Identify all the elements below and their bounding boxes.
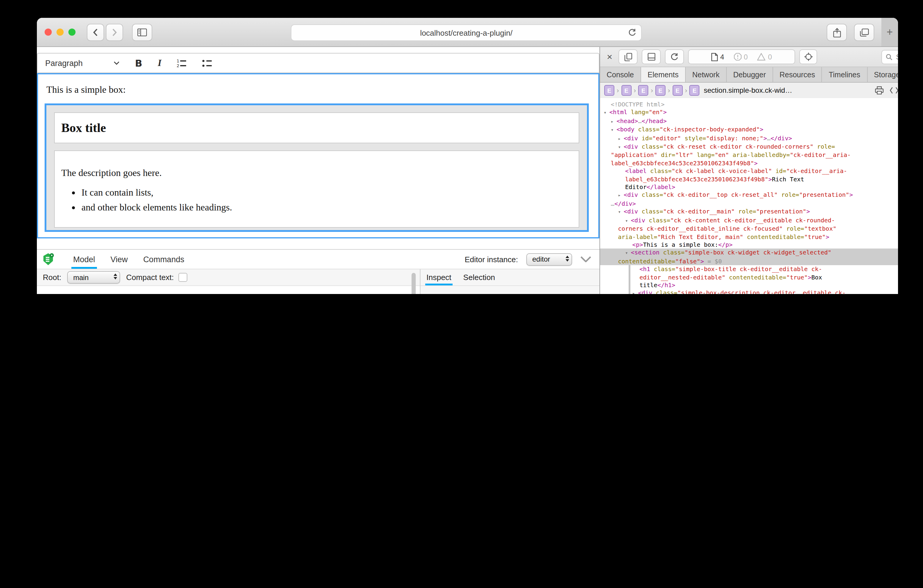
dom-line[interactable]: "application" dir="ltr" lang="en" aria-l… [604,151,898,159]
dom-line[interactable]: title</h1> [604,281,898,289]
description-paragraph[interactable]: The description goes here. [55,151,579,178]
simple-box-description[interactable]: The description goes here. It can contai… [54,150,579,228]
minimize-window-button[interactable] [56,28,64,36]
editor-instance-select[interactable]: editor [526,253,572,266]
zoom-window-button[interactable] [68,28,76,36]
dom-line[interactable]: ▸ <div class="simple-box-description ck-… [604,289,898,294]
dom-line[interactable]: ▸ <div id="editor" style="display: none;… [604,134,898,143]
list-item[interactable]: and other block elements like headings. [82,202,579,213]
editor-editable-area[interactable]: This is a simple box: Box title The desc… [37,73,599,238]
dom-line[interactable]: label_e63cbbfece34c53ce23501062343f49b8"… [604,159,898,168]
dom-line[interactable]: …</div> [604,200,898,208]
web-inspector: × [599,47,898,294]
address-bar[interactable]: localhost/creating-a-plugin/ [291,25,642,41]
dom-line[interactable]: ▾ <div class="ck ck-reset ck-editor ck-r… [604,143,898,151]
dom-line[interactable]: ▸ <div class="ck ck-editor__top ck-reset… [604,191,898,200]
dom-line[interactable]: ▾ <body class="ck-inspector-body-expande… [604,125,898,134]
collapse-inspector-chevron-icon[interactable] [580,256,591,262]
dom-line[interactable]: Editor</label> [604,183,898,191]
devtools-tab-timelines[interactable]: Timelines [822,67,867,82]
ckeditor-inspector: ModelViewCommands Editor instance: edito… [37,249,599,294]
editor-paragraph[interactable]: This is a simple box: [38,74,598,95]
breadcrumb-node-icon[interactable]: E [604,85,614,96]
resource-status-control[interactable]: 4 0 [688,49,795,64]
chevron-right-icon: › [617,87,619,94]
dom-line[interactable]: editor__nested-editable" contenteditable… [604,273,898,281]
model-tree-pane: Root: main Compact text: <$root>< [37,269,420,294]
forward-button[interactable] [106,23,123,41]
inspector-tab-view[interactable]: View [103,250,136,269]
paragraph-dropdown[interactable]: Paragraph [45,59,120,67]
devtools-tab-storage[interactable]: Storage [867,67,898,82]
dom-line[interactable]: <p>This is a simple box:</p> [604,241,898,249]
select-arrows-icon [566,255,569,261]
devtools-breadcrumb: E›E›E›E›E›Esection.simple-box.ck-wid… [600,83,898,99]
node-inspector-tab-inspect[interactable]: Inspect [420,269,457,286]
svg-text:1: 1 [177,59,180,63]
bulleted-list-button[interactable] [202,59,213,67]
dom-line-selected[interactable]: ▾ <section class="simple-box ck-widget c… [600,249,898,258]
search-input[interactable] [895,52,898,62]
dom-line[interactable]: corners ck-editor__editable_inline ck-fo… [604,225,898,233]
chevron-right-icon: › [634,87,636,94]
sidebar-toggle-button[interactable] [132,23,152,41]
dom-line[interactable]: ▾ <div class="ck ck-editor__main" role="… [604,208,898,217]
node-inspector-tab-selection[interactable]: Selection [457,269,501,286]
devtools-search-field[interactable] [881,50,898,64]
inspector-tab-commands[interactable]: Commands [136,250,192,269]
devtools-tab-console[interactable]: Console [600,67,641,82]
inspector-tabs: ModelViewCommands [66,250,192,269]
dock-side-button[interactable] [642,49,661,64]
dom-line[interactable]: ▾ <div class="ck ck-content ck-editor__e… [604,216,898,225]
scrollbar-thumb[interactable] [412,273,416,294]
plus-icon: + [887,26,893,38]
model-tag-root[interactable]: <$root> [42,293,420,294]
dom-line[interactable]: label_e63cbbfece34c53ce23501062343f49b8"… [604,175,898,183]
share-button[interactable] [827,24,847,41]
editor-instance-value: editor [532,255,550,263]
reload-icon[interactable] [628,28,636,37]
list-item[interactable]: It can contain lists, [82,187,579,198]
dom-line[interactable]: ▾ <html lang="en"> [604,108,898,117]
numbered-list-button[interactable]: 1 2 [177,59,187,67]
tab-overview-button[interactable] [854,24,874,41]
compact-text-checkbox[interactable] [179,273,188,282]
svg-text:2: 2 [177,63,180,67]
dom-line[interactable]: ▸ <head>…</head> [604,117,898,126]
print-icon[interactable] [875,86,884,95]
code-brackets-icon[interactable] [889,87,898,94]
dom-line-selected[interactable]: contenteditable="false"> = $0 [600,257,898,265]
devtools-tab-debugger[interactable]: Debugger [727,67,773,82]
editor-instance-label: Editor instance: [465,255,518,264]
devtools-tab-network[interactable]: Network [686,67,727,82]
breadcrumb-selected-node-label[interactable]: section.simple-box.ck-wid… [704,86,792,95]
breadcrumb-node-icon[interactable]: E [672,85,682,96]
italic-button[interactable]: I [158,57,161,68]
breadcrumb-node-icon[interactable]: E [655,85,665,96]
new-tab-button[interactable]: + [881,18,898,46]
bold-button[interactable]: B [135,57,142,69]
simple-box-title[interactable]: Box title [54,112,579,143]
close-window-button[interactable] [44,28,52,36]
breadcrumb-node-icon[interactable]: E [690,85,700,96]
root-select[interactable]: main [67,271,120,284]
back-button[interactable] [87,23,104,41]
model-tree-scrollbar[interactable] [412,273,416,294]
breadcrumb-node-icon[interactable]: E [621,85,631,96]
breadcrumb-node-icon[interactable]: E [639,85,649,96]
element-picker-button[interactable] [799,49,817,64]
dom-line[interactable]: <!DOCTYPE html> [604,100,898,108]
dom-line[interactable]: <h1 class="simple-box-title ck-editor__e… [604,265,898,273]
devtools-tab-elements[interactable]: Elements [641,67,686,82]
simple-box-widget[interactable]: Box title The description goes here. It … [44,103,589,232]
close-devtools-button[interactable]: × [605,51,614,62]
dom-line[interactable]: <label class="ck ck-label ck-voice-label… [604,168,898,176]
chevron-right-icon: › [651,87,653,94]
ckeditor: Paragraph B I 1 2 [37,53,599,238]
copy-button[interactable] [619,49,637,64]
devtools-tab-resources[interactable]: Resources [773,67,822,82]
reload-page-button[interactable] [665,49,684,64]
inspector-placeholder-text: Select a node in the tree to inspect [420,286,599,294]
inspector-tab-model[interactable]: Model [66,250,103,269]
dom-line[interactable]: aria-label="Rich Text Editor, main" cont… [604,233,898,241]
